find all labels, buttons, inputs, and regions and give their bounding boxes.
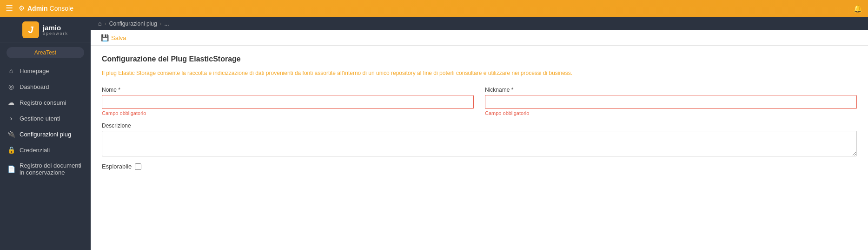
document-icon: 📄: [7, 165, 15, 173]
checkbox-row-esplorabile: Esplorabile: [102, 163, 857, 170]
form-row-descrizione: Descrizione: [102, 122, 857, 156]
save-icon: 💾: [101, 34, 109, 41]
sidebar-item-homepage[interactable]: ⌂ Homepage: [0, 63, 91, 79]
sidebar-item-registro-documenti[interactable]: 📄 Registro dei documenti in conservazion…: [0, 158, 91, 180]
gear-icon: ⚙: [19, 4, 25, 13]
admin-label: Admin: [27, 5, 48, 12]
sidebar-item-configurazioni-plug[interactable]: 🔌 Configurazioni plug: [0, 126, 91, 142]
plug-icon: 🔌: [7, 130, 15, 138]
nome-error: Campo obbligatorio: [102, 110, 474, 116]
save-label: Salva: [111, 34, 126, 41]
sidebar: J jamio openwork AreaTest ⌂ Homepage ◎ D…: [0, 17, 91, 250]
form-title: Configurazione del Plug ElasticStorage: [102, 55, 857, 63]
cloud-icon: ☁: [7, 99, 15, 106]
save-button[interactable]: 💾 Salva: [98, 33, 129, 42]
field-nome: Nome * Campo obbligatorio: [102, 87, 474, 116]
hamburger-icon[interactable]: ☰: [6, 3, 13, 14]
dashboard-icon: ◎: [7, 83, 15, 90]
toolbar: 💾 Salva: [91, 30, 868, 46]
sidebar-item-credenziali[interactable]: 🔒 Credenziali: [0, 142, 91, 158]
main-layout: J jamio openwork AreaTest ⌂ Homepage ◎ D…: [0, 17, 868, 250]
breadcrumb-sep-2: ›: [160, 20, 162, 27]
form-row-nome-nickname: Nome * Campo obbligatorio Nickname * Cam…: [102, 87, 857, 116]
breadcrumb-item-1[interactable]: Configurazioni plug: [109, 20, 157, 27]
esplorabile-label: Esplorabile: [102, 163, 132, 170]
sidebar-item-label: Credenziali: [20, 147, 50, 154]
descrizione-textarea[interactable]: [102, 131, 857, 156]
sidebar-item-registro-consumi[interactable]: ☁ Registro consumi: [0, 95, 91, 110]
breadcrumb-item-2[interactable]: ...: [165, 20, 169, 27]
lock-icon: 🔒: [7, 146, 15, 154]
logo-name: jamio: [43, 24, 68, 31]
logo-box: J: [22, 21, 39, 38]
top-bar: ☰ ⚙ Admin Console 🔔: [0, 0, 868, 17]
sidebar-item-label: Homepage: [20, 68, 49, 74]
sidebar-item-label: Gestione utenti: [20, 115, 60, 122]
sidebar-logo: J jamio openwork: [0, 17, 91, 42]
nome-label: Nome *: [102, 87, 474, 93]
esplorabile-checkbox[interactable]: [135, 163, 141, 170]
sidebar-item-dashboard[interactable]: ◎ Dashboard: [0, 79, 91, 95]
sidebar-item-label: Registro consumi: [20, 99, 66, 106]
home-icon: ⌂: [7, 67, 15, 74]
nickname-input[interactable]: [485, 95, 857, 109]
console-label: Console: [50, 5, 73, 12]
sidebar-item-label: Configurazioni plug: [20, 131, 71, 138]
breadcrumb-sep-1: ›: [105, 20, 106, 27]
breadcrumb-home-icon[interactable]: ⌂: [98, 20, 102, 27]
sidebar-item-label: Dashboard: [20, 83, 49, 90]
logo-sub: openwork: [43, 31, 68, 36]
breadcrumb-bar: ⌂ › Configurazioni plug › ...: [91, 17, 868, 30]
sidebar-item-label: Registro dei documenti in conservazione: [20, 162, 83, 176]
area-label[interactable]: AreaTest: [7, 47, 84, 58]
nickname-error: Campo obbligatorio: [485, 110, 857, 116]
form-area: Configurazione del Plug ElasticStorage I…: [91, 46, 868, 250]
field-descrizione: Descrizione: [102, 122, 857, 156]
form-description: Il plug Elastic Storage consente la racc…: [102, 69, 857, 77]
field-nickname: Nickname * Campo obbligatorio: [485, 87, 857, 116]
sidebar-item-gestione-utenti[interactable]: › Gestione utenti: [0, 110, 91, 126]
bell-icon[interactable]: 🔔: [853, 4, 862, 13]
logo-text: jamio openwork: [43, 24, 68, 36]
content-area: ⌂ › Configurazioni plug › ... 💾 Salva Co…: [91, 17, 868, 250]
chevron-right-icon: ›: [7, 115, 15, 122]
nickname-label: Nickname *: [485, 87, 857, 93]
nome-input[interactable]: [102, 95, 474, 109]
descrizione-label: Descrizione: [102, 122, 857, 129]
